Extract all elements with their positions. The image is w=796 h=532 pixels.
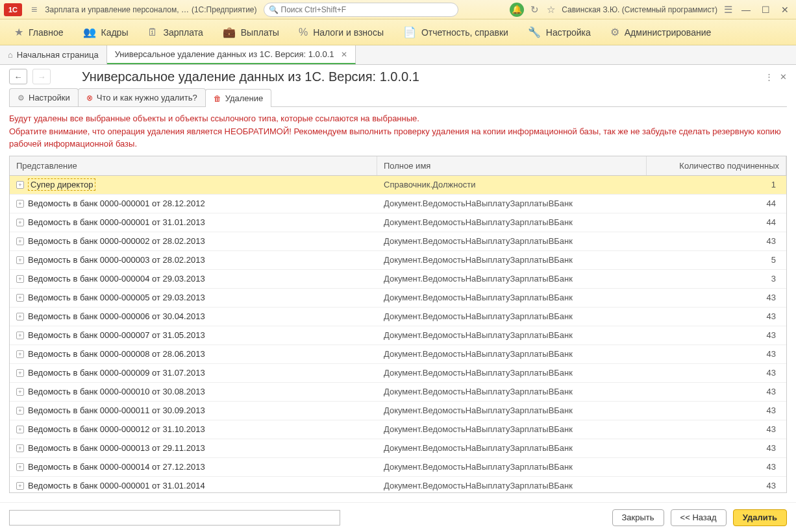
expand-icon[interactable]: + (16, 313, 24, 320)
col-representation[interactable]: Представление (10, 156, 377, 175)
nav-back-button[interactable]: ← (9, 69, 27, 84)
table-row[interactable]: +Ведомость в банк 0000-000014 от 27.12.2… (10, 458, 786, 477)
close-window-button[interactable]: ✕ (778, 3, 792, 17)
col-count[interactable]: Количество подчиненных (647, 156, 786, 175)
col-fullname[interactable]: Полное имя (377, 156, 647, 175)
table-row[interactable]: +Ведомость в банк 0000-000002 от 28.02.2… (10, 232, 786, 251)
expand-icon[interactable]: + (16, 482, 24, 490)
table-row[interactable]: +Ведомость в банк 0000-000007 от 31.05.2… (10, 326, 786, 345)
table-row[interactable]: +Ведомость в банк 0000-000001 от 31.01.2… (10, 477, 786, 493)
user-label[interactable]: Савинская З.Ю. (Системный программист) (562, 5, 717, 14)
table-row[interactable]: +Ведомость в банк 0000-000010 от 30.08.2… (10, 383, 786, 402)
global-search[interactable]: 🔍 (264, 3, 458, 17)
table-row[interactable]: +Ведомость в банк 0000-000013 от 29.11.2… (10, 439, 786, 458)
menu-label-7: Администрирование (625, 27, 712, 38)
table-row[interactable]: +Ведомость в банк 0000-000005 от 29.03.2… (10, 289, 786, 308)
table-body[interactable]: +Супер директорСправочник.Должности1+Вед… (10, 176, 786, 493)
hamburger-icon[interactable]: ≡ (26, 4, 42, 16)
subtab-icon-1: ⊗ (86, 93, 93, 103)
table-row[interactable]: +Ведомость в банк 0000-000009 от 31.07.2… (10, 364, 786, 383)
expand-icon[interactable]: + (16, 388, 24, 396)
row-fullname: Документ.ВедомостьНаВыплатуЗарплатыВБанк (377, 462, 647, 472)
menu-item-2[interactable]: 🗓Зарплата (138, 23, 212, 42)
expand-icon[interactable]: + (16, 200, 24, 208)
warning-line1: Будут удалены все выбранные объекты и об… (9, 112, 787, 125)
menu-item-0[interactable]: ★Главное (5, 22, 73, 42)
tab-0[interactable]: ⌂Начальная страница (0, 45, 107, 64)
expand-icon[interactable]: + (16, 426, 24, 433)
content-area: Будут удалены все выбранные объекты и об… (0, 107, 796, 498)
expand-icon[interactable]: + (16, 275, 24, 283)
row-name: Ведомость в банк 0000-000007 от 31.05.20… (28, 330, 205, 340)
menu-icon-5: 📄 (403, 26, 416, 38)
row-count: 43 (647, 481, 786, 490)
table-row[interactable]: +Ведомость в банк 0000-000012 от 31.10.2… (10, 420, 786, 439)
menu-item-7[interactable]: ⚙Администрирование (601, 22, 721, 42)
subtab-0[interactable]: ⚙Настройки (9, 88, 79, 106)
subtab-1[interactable]: ⊗Что и как нужно удалить? (78, 88, 206, 106)
expand-icon[interactable]: + (16, 369, 24, 377)
expand-icon[interactable]: + (16, 332, 24, 339)
more-icon[interactable]: ⋮ (765, 72, 773, 82)
favorite-icon[interactable]: ☆ (545, 4, 556, 16)
row-fullname: Документ.ВедомостьНаВыплатуЗарплатыВБанк (377, 199, 647, 208)
row-name: Ведомость в банк 0000-000010 от 30.08.20… (28, 387, 205, 396)
subtab-2[interactable]: 🗑Удаление (205, 89, 272, 107)
history-icon[interactable]: ↻ (529, 4, 540, 16)
row-name: Ведомость в банк 0000-000003 от 28.02.20… (28, 255, 205, 265)
row-name: Ведомость в банк 0000-000005 от 29.03.20… (28, 293, 205, 302)
menu-item-5[interactable]: 📄Отчетность, справки (394, 22, 517, 42)
row-count: 43 (647, 349, 786, 359)
back-button[interactable]: << Назад (671, 509, 727, 526)
table-row[interactable]: +Ведомость в банк 0000-000008 от 28.06.2… (10, 345, 786, 364)
menu-icon[interactable]: ☰ (723, 4, 734, 16)
row-count: 43 (647, 236, 786, 246)
warning-line2: Обратите внимание, что операция удаления… (9, 125, 787, 151)
menu-item-4[interactable]: %Налоги и взносы (290, 23, 393, 42)
notifications-icon[interactable]: 🔔 (510, 3, 524, 17)
menu-item-1[interactable]: 👥Кадры (74, 22, 138, 42)
table-row[interactable]: +Супер директорСправочник.Должности1 (10, 176, 786, 195)
row-fullname: Документ.ВедомостьНаВыплатуЗарплатыВБанк (377, 387, 647, 396)
expand-icon[interactable]: + (16, 181, 24, 189)
menu-label-4: Налоги и взносы (313, 27, 384, 38)
row-fullname: Документ.ВедомостьНаВыплатуЗарплатыВБанк (377, 405, 647, 415)
menu-item-3[interactable]: 💼Выплаты (214, 22, 288, 42)
close-button[interactable]: Закрыть (612, 509, 664, 526)
table-row[interactable]: +Ведомость в банк 0000-000004 от 29.03.2… (10, 270, 786, 289)
expand-icon[interactable]: + (16, 463, 24, 471)
menu-item-6[interactable]: 🔧Настройка (519, 22, 600, 42)
menu-icon-2: 🗓 (147, 27, 158, 38)
filter-input[interactable] (9, 510, 340, 526)
expand-icon[interactable]: + (16, 256, 24, 264)
table-row[interactable]: +Ведомость в банк 0000-000003 от 28.02.2… (10, 251, 786, 270)
row-fullname: Документ.ВедомостьНаВыплатуЗарплатыВБанк (377, 293, 647, 302)
subtab-icon-0: ⚙ (18, 93, 25, 103)
search-input[interactable] (264, 3, 458, 17)
row-name: Ведомость в банк 0000-000001 от 31.01.20… (28, 217, 205, 227)
expand-icon[interactable]: + (16, 294, 24, 302)
expand-icon[interactable]: + (16, 407, 24, 415)
table-row[interactable]: +Ведомость в банк 0000-000011 от 30.09.2… (10, 402, 786, 420)
delete-button[interactable]: Удалить (733, 509, 787, 526)
expand-icon[interactable]: + (16, 444, 24, 452)
menu-icon-0: ★ (14, 26, 23, 38)
expand-icon[interactable]: + (16, 350, 24, 358)
expand-icon[interactable]: + (16, 237, 24, 245)
tab-close-1[interactable]: ✕ (341, 50, 347, 59)
table-row[interactable]: +Ведомость в банк 0000-000001 от 28.12.2… (10, 195, 786, 213)
close-page-button[interactable]: ✕ (780, 72, 787, 82)
row-fullname: Документ.ВедомостьНаВыплатуЗарплатыВБанк (377, 217, 647, 227)
minimize-button[interactable]: — (739, 3, 753, 17)
app-title: Зарплата и управление персоналом, … (45, 5, 189, 14)
table-row[interactable]: +Ведомость в банк 0000-000006 от 30.04.2… (10, 308, 786, 326)
nav-forward-button[interactable]: → (32, 69, 51, 84)
menu-label-6: Настройка (546, 27, 591, 38)
expand-icon[interactable]: + (16, 219, 24, 226)
data-table: Представление Полное имя Количество подч… (9, 156, 787, 493)
tab-1[interactable]: Универсальное удаление данных из 1С. Вер… (107, 45, 356, 64)
menu-icon-1: 👥 (83, 26, 96, 38)
maximize-button[interactable]: ☐ (758, 3, 773, 17)
table-row[interactable]: +Ведомость в банк 0000-000001 от 31.01.2… (10, 213, 786, 232)
row-count: 43 (647, 368, 786, 378)
